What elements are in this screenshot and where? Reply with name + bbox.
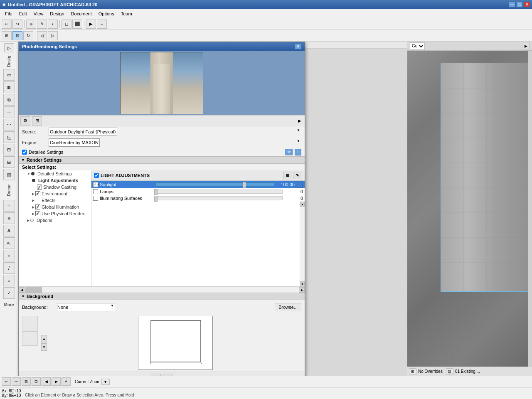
- tool-7[interactable]: ⊞: [3, 144, 15, 155]
- eye-button[interactable]: 👁: [285, 149, 293, 155]
- camera-dropdown-button[interactable]: ▼: [163, 374, 172, 376]
- detailed-settings-checkbox[interactable]: [22, 150, 27, 155]
- lamps-slider[interactable]: [155, 190, 283, 194]
- status-icon-2[interactable]: ▤: [446, 368, 453, 375]
- sunlight-slider[interactable]: [155, 182, 274, 187]
- scroll-down-button[interactable]: ▼: [300, 281, 305, 286]
- go-select[interactable]: Go: [410, 42, 425, 50]
- next-button[interactable]: ▷: [48, 31, 58, 40]
- background-section-header[interactable]: ▼ Background: [19, 293, 305, 300]
- play-button[interactable]: ▶: [86, 20, 96, 29]
- minimize-button[interactable]: —: [509, 2, 515, 7]
- gi-check[interactable]: ✓: [35, 204, 40, 209]
- light-row-sunlight[interactable]: ✓ Sunlight 100,00: [91, 181, 305, 188]
- expand-icon[interactable]: ▶: [296, 118, 303, 124]
- add-button[interactable]: ⊞: [32, 116, 42, 126]
- fill-tool[interactable]: ⬛: [72, 20, 82, 29]
- select-tool[interactable]: ⊕: [26, 20, 36, 29]
- light-row-lamps[interactable]: Lamps 0: [91, 188, 305, 195]
- tree-item-options[interactable]: ▶ Options: [19, 217, 91, 224]
- tool-16[interactable]: ○: [3, 275, 15, 286]
- illum-surf-thumb[interactable]: [154, 196, 158, 202]
- status-btn-4[interactable]: ⊡: [32, 377, 41, 386]
- env-check[interactable]: ✓: [35, 191, 40, 196]
- render-settings-header[interactable]: ▼ Render Settings: [19, 156, 305, 164]
- menu-document[interactable]: Document: [68, 10, 95, 17]
- tool-9[interactable]: ▤: [3, 169, 15, 180]
- dialog-close-button[interactable]: ✕: [295, 44, 301, 49]
- rotate-button[interactable]: ↻: [23, 31, 33, 40]
- redo-button[interactable]: ↪: [12, 20, 22, 29]
- shadow-check[interactable]: ✓: [37, 185, 42, 190]
- status-btn-6[interactable]: ▶: [52, 377, 61, 386]
- panel-grid-button[interactable]: ⊞: [283, 172, 292, 179]
- zoom-dropdown[interactable]: ▼: [101, 379, 110, 385]
- close-button[interactable]: ✕: [524, 2, 530, 7]
- light-row-illum-surf[interactable]: Illuminating Surfaces 0: [91, 195, 305, 202]
- background-select[interactable]: None: [57, 303, 115, 311]
- sunlight-check[interactable]: ✓: [93, 182, 98, 187]
- menu-view[interactable]: View: [30, 10, 47, 17]
- expand-button[interactable]: ↔: [97, 20, 107, 29]
- bg-thumb-2[interactable]: [22, 331, 38, 346]
- tool-11[interactable]: ⊕: [3, 212, 15, 224]
- info-button[interactable]: i: [295, 149, 301, 155]
- tool-14[interactable]: ≡: [3, 250, 15, 261]
- maximize-button[interactable]: □: [516, 2, 523, 7]
- illum-surf-check[interactable]: [93, 196, 98, 201]
- rph-btn-1[interactable]: ▶: [522, 43, 530, 49]
- menu-file[interactable]: File: [2, 10, 16, 17]
- illum-surf-slider[interactable]: [155, 196, 283, 200]
- tool-1[interactable]: ▭: [3, 69, 15, 81]
- scene-select[interactable]: Outdoor Daylight Fast (Physical): [49, 128, 117, 136]
- tool-12[interactable]: A: [3, 225, 15, 236]
- panel-edit-button[interactable]: ✎: [293, 172, 302, 179]
- tree-item-environment[interactable]: ▶ ✓ Environment: [19, 190, 91, 197]
- tool-6[interactable]: ◺: [3, 131, 15, 143]
- tree-item-global-illum[interactable]: ▶ ✓ Global Illumination: [19, 204, 91, 210]
- thumb-down-button[interactable]: ▼: [41, 343, 47, 351]
- thumb-up-button[interactable]: ▲: [41, 335, 47, 342]
- status-btn-7[interactable]: A: [62, 377, 71, 386]
- settings-button[interactable]: ⚙: [20, 116, 30, 126]
- status-btn-3[interactable]: ⊞: [22, 377, 31, 386]
- menu-design[interactable]: Design: [47, 10, 67, 17]
- status-btn-5[interactable]: ◀: [42, 377, 51, 386]
- sunlight-color[interactable]: [295, 182, 303, 187]
- status-icon-1[interactable]: ⊞: [409, 368, 416, 375]
- lamps-check[interactable]: [93, 189, 98, 194]
- menu-team[interactable]: Team: [118, 10, 135, 17]
- arrow-tool[interactable]: ▷: [4, 43, 14, 52]
- rect-tool[interactable]: ◻: [62, 20, 71, 29]
- tool-17[interactable]: ∠: [3, 287, 15, 299]
- right-panel-scrollbar[interactable]: ▲ ▼: [300, 202, 305, 286]
- scroll-up-button[interactable]: ▲: [300, 202, 305, 207]
- prev-button[interactable]: ◁: [37, 31, 47, 40]
- tree-item-shadow[interactable]: ✓ Shadow Casting: [19, 184, 91, 190]
- grid-button[interactable]: ⊞: [2, 31, 12, 40]
- menu-options[interactable]: Options: [95, 10, 118, 17]
- light-adj-checkbox[interactable]: [94, 173, 99, 178]
- tool-3[interactable]: ⧉: [3, 94, 15, 106]
- sunlight-thumb[interactable]: [243, 182, 246, 188]
- tool-8[interactable]: ⊞: [3, 156, 15, 168]
- tree-item-light-adj[interactable]: Light Adjustments: [19, 177, 91, 184]
- menu-edit[interactable]: Edit: [16, 10, 30, 17]
- tool-10[interactable]: ⊹: [3, 200, 15, 212]
- tool-13[interactable]: A₁: [3, 237, 15, 249]
- camera-button[interactable]: 📷: [151, 374, 161, 376]
- engine-select[interactable]: CineRender by MAXON: [49, 138, 100, 147]
- right-drag-handle[interactable]: ⋮: [528, 51, 532, 376]
- browse-button[interactable]: Browse...: [275, 303, 301, 311]
- bg-thumb-1[interactable]: [22, 316, 38, 330]
- tool-15[interactable]: /: [3, 262, 15, 274]
- tree-item-effects[interactable]: ▶ Effects: [19, 197, 91, 204]
- horizontal-scrollbar[interactable]: ◀ ▶: [19, 287, 305, 293]
- tool-4[interactable]: —: [3, 106, 15, 118]
- line-tool[interactable]: /: [48, 20, 58, 29]
- tree-item-detailed[interactable]: ▼ Detailed Settings: [19, 170, 91, 177]
- status-btn-2[interactable]: ↪: [12, 377, 21, 386]
- undo-button[interactable]: ↩: [2, 20, 12, 29]
- scroll-left-button[interactable]: ◀: [19, 287, 25, 293]
- tree-item-physical-render[interactable]: ▶ ✓ Use Physical Render...: [19, 210, 91, 217]
